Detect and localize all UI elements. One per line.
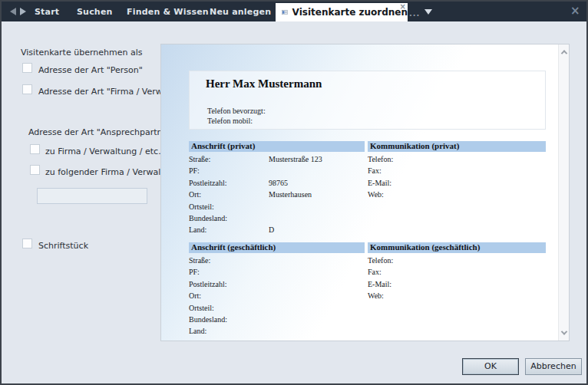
tab-close-icon[interactable]: ×: [400, 3, 406, 11]
firma-input[interactable]: [37, 188, 147, 204]
field-row: Fax:: [368, 266, 546, 278]
field-label: Land:: [189, 325, 269, 337]
field-value: [448, 278, 546, 290]
checkbox-schriftstueck-label: Schriftstück: [38, 241, 88, 251]
checkbox-schriftstueck[interactable]: [22, 239, 32, 248]
field-label: Fax:: [368, 266, 448, 278]
field-value: [269, 278, 365, 290]
field-row: Web:: [368, 290, 546, 301]
field-value: [269, 212, 365, 224]
field-row: Ortsteil:: [189, 302, 365, 314]
tab-overflow-ellipsis[interactable]: ...: [409, 9, 420, 18]
back-arrow-icon[interactable]: [9, 7, 17, 16]
field-value: [448, 255, 546, 266]
menu-item-suchen[interactable]: Suchen: [77, 7, 113, 17]
checkbox-person-label: Adresse der Art "Person": [38, 65, 143, 75]
field-label: Bundesland:: [189, 314, 269, 325]
checkbox-firma-verwaltung[interactable]: [22, 84, 32, 94]
field-row: Telefon:: [368, 153, 546, 165]
ansprechpartner-label: Adresse der Art "Ansprechpartner": [28, 127, 175, 137]
business-card-preview-panel: Herr Max Mustermann Telefon bevorzugt: T…: [160, 44, 570, 341]
field-row: Fax:: [368, 165, 546, 176]
section-kommunikation-geschaeftlich: Kommunikation (geschäftlich) Telefon: Fa…: [368, 242, 546, 302]
business-card-icon: [282, 8, 288, 17]
field-row: PF:: [189, 266, 365, 278]
field-label: PF:: [189, 266, 269, 278]
field-label: Telefon:: [368, 255, 448, 266]
cancel-button[interactable]: Abbrechen: [525, 358, 582, 375]
field-row: Land:: [189, 325, 365, 337]
field-value: [448, 266, 546, 278]
field-label: Straße:: [189, 153, 269, 165]
history-nav: [9, 7, 27, 16]
field-label: Telefon:: [368, 153, 448, 165]
field-value: [269, 201, 365, 212]
field-label: Straße:: [189, 255, 269, 266]
forward-arrow-icon[interactable]: [19, 7, 27, 16]
field-value: [448, 165, 546, 176]
field-row: Bundesland:: [189, 212, 365, 224]
field-row: Postleitzahl:98765: [189, 177, 365, 189]
field-value: 98765: [269, 177, 365, 189]
tab-dropdown-caret-icon[interactable]: [424, 9, 432, 15]
field-row: Bundesland:: [189, 314, 365, 325]
field-row: Land:D: [189, 224, 365, 235]
field-row: E-Mail:: [368, 278, 546, 290]
field-label: Web:: [368, 189, 448, 200]
preview-scrollbar[interactable]: [558, 44, 569, 341]
field-value: [448, 177, 546, 189]
section-title: Anschrift (geschäftlich): [189, 242, 365, 253]
contact-name: Herr Max Mustermann: [206, 77, 322, 90]
menu-item-finden-wissen[interactable]: Finden & Wissen: [127, 7, 209, 17]
scrollbar-down-icon[interactable]: [559, 327, 570, 339]
window-close-icon[interactable]: ×: [570, 4, 580, 18]
field-row: Straße:: [189, 255, 365, 266]
field-row: PF:: [189, 165, 365, 176]
field-value: [269, 290, 365, 301]
field-value: [269, 302, 365, 314]
checkbox-zu-folgender-firma[interactable]: [30, 165, 40, 175]
field-row: Ort:Musterhausen: [189, 189, 365, 200]
section-title: Anschrift (privat): [189, 141, 365, 152]
tab-label: Visitenkarte zuordnen: [292, 7, 408, 18]
field-label: Land:: [189, 224, 269, 235]
field-row: Ort:: [189, 290, 365, 301]
field-value: [448, 153, 546, 165]
scrollbar-up-icon[interactable]: [559, 46, 570, 58]
field-label: Postleitzahl:: [189, 177, 269, 189]
field-row: Ortsteil:: [189, 201, 365, 212]
menu-item-neu-anlegen[interactable]: Neu anlegen: [210, 7, 271, 17]
section-title: Kommunikation (geschäftlich): [368, 242, 546, 253]
ok-button[interactable]: OK: [462, 358, 519, 375]
field-value: [269, 266, 365, 278]
section-anschrift-privat: Anschrift (privat) Straße:Musterstraße 1…: [189, 141, 365, 236]
field-label: Ortsteil:: [189, 201, 269, 212]
field-label: Ort:: [189, 189, 269, 200]
field-label: PF:: [189, 165, 269, 176]
field-label: E-Mail:: [368, 177, 448, 189]
visitenkarte-zuordnen-dialog: Start Suchen Finden & Wissen Neu anlegen…: [0, 0, 588, 385]
toolbar: Start Suchen Finden & Wissen Neu anlegen…: [2, 2, 586, 21]
field-label: Postleitzahl:: [189, 278, 269, 290]
menu-item-start[interactable]: Start: [35, 7, 59, 17]
field-label: E-Mail:: [368, 278, 448, 290]
phone-preferred-label: Telefon bevorzugt:: [207, 107, 266, 115]
field-row: Web:: [368, 189, 546, 200]
field-row: Telefon:: [368, 255, 546, 266]
contact-name-box: Herr Max Mustermann Telefon bevorzugt: T…: [189, 71, 546, 130]
field-value: Musterhausen: [269, 189, 365, 200]
field-row: Straße:Musterstraße 123: [189, 153, 365, 165]
field-label: Ortsteil:: [189, 302, 269, 314]
field-value: [269, 325, 365, 337]
field-row: E-Mail:: [368, 177, 546, 189]
field-label: Fax:: [368, 165, 448, 176]
take-over-as-label: Visitenkarte übernehmen als: [21, 48, 142, 58]
tab-visitenkarte-zuordnen[interactable]: Visitenkarte zuordnen ×: [276, 3, 408, 21]
phone-mobile-label: Telefon mobil:: [207, 117, 253, 125]
field-value: [448, 290, 546, 301]
checkbox-person[interactable]: [22, 63, 32, 73]
field-label: Bundesland:: [189, 212, 269, 224]
section-anschrift-geschaeftlich: Anschrift (geschäftlich) Straße: PF: Pos…: [189, 242, 365, 337]
checkbox-zu-firma-aus[interactable]: [30, 144, 40, 154]
field-value: [269, 314, 365, 325]
